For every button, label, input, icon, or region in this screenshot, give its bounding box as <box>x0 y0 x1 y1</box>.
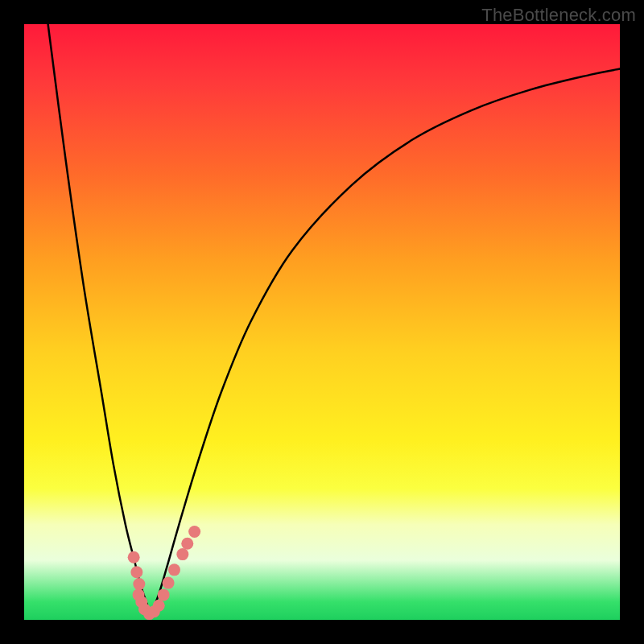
marker-dot <box>128 551 140 564</box>
curve-layer <box>24 24 620 620</box>
chart-frame: TheBottleneck.com <box>0 0 644 644</box>
plot-area <box>24 24 620 620</box>
marker-dot <box>153 600 165 612</box>
marker-dot <box>130 566 142 578</box>
curve-left-branch <box>48 24 151 614</box>
marker-dot <box>176 548 188 560</box>
watermark-text: TheBottleneck.com <box>481 5 636 26</box>
marker-dots <box>128 526 200 620</box>
marker-dot <box>158 588 170 601</box>
marker-dot <box>163 577 175 589</box>
marker-dot <box>168 564 180 576</box>
marker-dot <box>188 526 200 538</box>
curve-right-branch <box>151 69 620 614</box>
marker-dot <box>181 538 193 550</box>
marker-dot <box>133 578 145 590</box>
